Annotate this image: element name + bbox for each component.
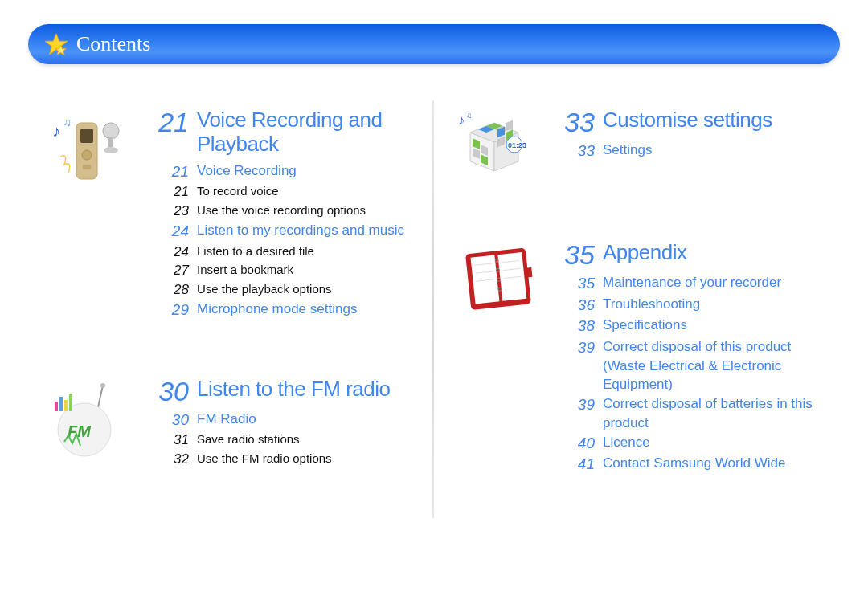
chapter-page: 33 [563,108,603,136]
section-voice-recording: ♪ ♫ 2 [28,96,418,321]
svg-rect-38 [471,255,500,304]
section-appendix: 35 Appendix 35Maintenance of your record… [434,229,824,475]
toc-item[interactable]: 27Insert a bookmark [157,261,418,280]
fm-illustration: FM [28,365,157,469]
svg-text:FM: FM [68,422,92,440]
chapter-title: Customise settings [603,108,772,133]
chapter-page: 35 [563,241,603,268]
toc-item[interactable]: 24Listen to a desired file [157,243,418,262]
left-column: ♪ ♫ 2 [28,80,434,588]
chapter-page: 30 [157,377,197,405]
toc-item[interactable]: 32Use the FM radio options [157,450,418,469]
chapter-page: 21 [157,108,197,136]
svg-text:♪: ♪ [458,113,465,127]
contents-header: Contents [28,24,840,64]
svg-text:♫: ♫ [466,111,473,120]
toc-item[interactable]: 36Troubleshooting [563,295,824,316]
toc-item[interactable]: 39Correct disposal of this product (Wast… [563,337,824,394]
chapter-title: Appendix [603,241,686,265]
toc-item[interactable]: 35Maintenance of your recorder [563,273,824,295]
section-fm-radio: FM 30 Listen to the FM radio 30 [28,365,418,469]
chapter-link[interactable]: 33 Customise settings [563,108,824,136]
svg-rect-7 [83,165,91,169]
svg-rect-39 [497,252,526,301]
content-area: ♪ ♫ 2 [28,80,840,588]
toc-item[interactable]: 21Voice Recording [157,161,418,183]
svg-rect-9 [108,137,113,147]
svg-text:♫: ♫ [63,116,72,129]
toc-item[interactable]: 30FM Radio [157,410,418,431]
chapter-title: Listen to the FM radio [197,377,390,402]
svg-point-12 [100,383,105,388]
toc-item[interactable]: 23Use the voice recording options [157,202,418,221]
chapter-title: Voice Recording and Playback [197,108,418,157]
svg-rect-50 [526,267,532,278]
svg-marker-0 [45,34,68,55]
section-customise: ♪ ♫ [434,96,824,197]
toc-item[interactable]: 40Licence [563,433,824,455]
svg-rect-5 [80,129,93,143]
svg-rect-15 [55,402,58,411]
cube-illustration: ♪ ♫ [434,96,563,197]
toc-item[interactable]: 24Listen to my recordings and music [157,221,418,243]
toc-item[interactable]: 29Microphone mode settings [157,300,418,321]
svg-text:01:23: 01:23 [508,141,526,149]
svg-rect-17 [64,400,68,411]
star-icon [44,32,68,56]
toc-item[interactable]: 21To record voice [157,182,418,202]
toc-item[interactable]: 41Contact Samsung World Wide [563,454,824,475]
svg-point-10 [104,147,118,153]
svg-text:♪: ♪ [52,122,60,140]
right-column: ♪ ♫ [434,80,840,588]
planner-illustration [434,229,563,475]
recorder-illustration: ♪ ♫ [28,96,157,321]
chapter-link[interactable]: 30 Listen to the FM radio [157,377,418,405]
svg-point-6 [82,150,92,160]
svg-rect-16 [59,397,63,411]
toc-item[interactable]: 33Settings [563,141,824,162]
toc-item[interactable]: 38Specifications [563,316,824,337]
chapter-link[interactable]: 35 Appendix [563,241,824,268]
chapter-link[interactable]: 21 Voice Recording and Playback [157,108,418,157]
toc-item[interactable]: 28Use the playback options [157,280,418,300]
svg-rect-18 [69,394,72,411]
header-title: Contents [76,32,150,56]
svg-point-8 [103,123,119,139]
toc-item[interactable]: 31Save radio stations [157,430,418,450]
toc-item[interactable]: 39Correct disposal of batteries in this … [563,394,824,433]
